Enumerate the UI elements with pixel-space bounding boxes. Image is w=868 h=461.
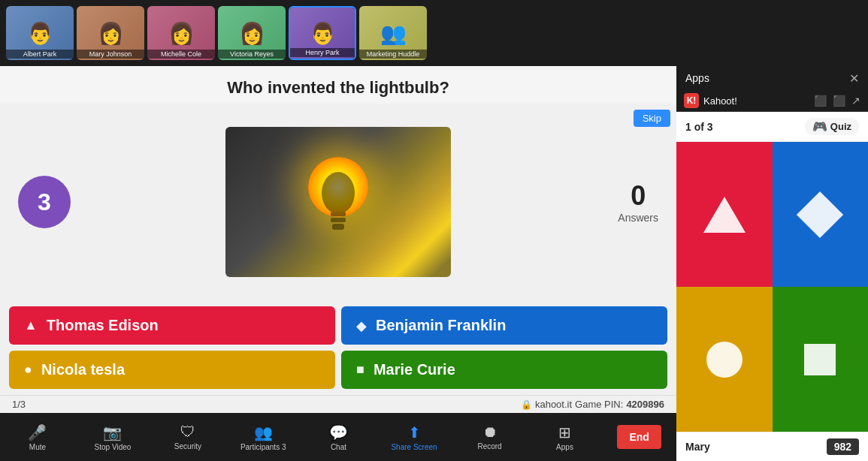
leaderboard-row: Mary 982 [676, 432, 868, 461]
answers-count-panel: 0 Answers [618, 180, 658, 224]
timer-circle: 3 [18, 176, 71, 228]
status-bar: 1/3 🔒 kahoot.it Game PIN: 4209896 [0, 395, 676, 413]
participant-name-henry: Henry Park [290, 48, 355, 57]
toolbar-chat[interactable]: 💬 Chat [316, 423, 361, 451]
main-area: Who invented the lightbulb? 3 Skip 0 Ans… [0, 66, 868, 461]
quiz-info: 1 of 3 🎮 Quiz [676, 112, 868, 142]
participant-tile-victoria[interactable]: 👩 Victoria Reyes [218, 6, 286, 60]
shape-cell-red[interactable] [676, 142, 773, 287]
content-area: 3 Skip 0 Answers [0, 104, 676, 300]
leaderboard-score: 982 [827, 438, 859, 455]
toolbar-participants[interactable]: 👥 Participants 3 [240, 423, 286, 451]
answers-number: 0 [618, 180, 658, 212]
apps-header: Apps ✕ [676, 66, 868, 90]
answer-text-benjamin: Benjamin Franklin [376, 317, 506, 334]
lock-icon: 🔒 [521, 399, 532, 410]
participant-name-marketing: Marketing Huddle [359, 50, 427, 59]
toolbar-stopvideo[interactable]: 📷 Stop Video [90, 423, 135, 451]
toolbar-record[interactable]: ⏺ Record [467, 423, 513, 450]
svg-rect-2 [331, 218, 346, 222]
kahoot-site: kahoot.it [535, 399, 572, 410]
participant-name-albert: Albert Park [6, 50, 74, 59]
skip-button[interactable]: Skip [634, 110, 670, 127]
apps-label: Apps [556, 443, 573, 451]
triangle-shape [703, 197, 746, 233]
toolbar-apps[interactable]: ⊞ Apps [543, 423, 588, 451]
game-pin-area: 🔒 kahoot.it Game PIN: 4209896 [521, 399, 664, 410]
participant-name-michelle: Michelle Cole [147, 50, 215, 59]
svg-rect-3 [332, 224, 344, 230]
kahoot-bar: K! Kahoot! ⬛ ⬛ ↗ [676, 90, 868, 112]
apps-title: Apps [685, 72, 709, 84]
kahoot-content: 1 of 3 🎮 Quiz [676, 112, 868, 461]
square-shape [804, 344, 836, 375]
screen-icon[interactable]: ⬛ [814, 95, 827, 107]
chat-label: Chat [331, 443, 346, 451]
answer-option-marie[interactable]: ■ Marie Curie [341, 351, 667, 389]
quiz-badge: 🎮 Quiz [805, 118, 859, 135]
chat-icon: 💬 [329, 423, 348, 441]
leaderboard-name: Mary [685, 441, 710, 453]
participant-tile-henry[interactable]: 👨 Henry Park [289, 6, 356, 60]
record-icon: ⏺ [482, 423, 498, 441]
kahoot-logo: K! [684, 93, 699, 108]
kahoot-name: Kahoot! [703, 95, 809, 107]
share-screen-icon: ⬆ [408, 423, 421, 441]
record-label: Record [477, 442, 501, 450]
participants-icon: 👥 [254, 423, 273, 441]
circle-icon: ● [24, 362, 32, 378]
top-bar: 👨 Albert Park 👩 Mary Johnson 👩 Michelle … [0, 0, 868, 66]
answer-text-marie: Marie Curie [374, 361, 455, 378]
participant-name-victoria: Victoria Reyes [218, 50, 286, 59]
shape-cell-yellow[interactable] [676, 287, 773, 432]
shape-cell-blue[interactable] [773, 142, 869, 287]
security-label: Security [174, 442, 201, 450]
external-icon[interactable]: ↗ [851, 95, 860, 107]
square-icon: ■ [356, 362, 364, 378]
svg-rect-1 [331, 212, 346, 216]
answers-label: Answers [618, 212, 658, 224]
mute-icon: 🎤 [28, 423, 47, 441]
lightbulb-svg [316, 164, 361, 240]
answer-shapes-grid [676, 142, 868, 432]
answers-grid: ▲ Thomas Edison ◆ Benjamin Franklin ● Ni… [0, 300, 676, 395]
participants-label: Participants 3 [240, 443, 286, 451]
triangle-icon: ▲ [24, 318, 38, 333]
game-pin-value: 4209896 [626, 399, 664, 410]
toolbar: 🎤 Mute 📷 Stop Video 🛡 Security 👥 Partici… [0, 413, 676, 461]
quiz-badge-label: Quiz [830, 121, 851, 132]
kahoot-actions: ⬛ ⬛ ↗ [814, 95, 860, 107]
participant-tile-albert[interactable]: 👨 Albert Park [6, 6, 74, 60]
shape-cell-green[interactable] [773, 287, 869, 432]
question-text: Who invented the lightbulb? [18, 78, 658, 98]
answer-option-benjamin[interactable]: ◆ Benjamin Franklin [341, 306, 667, 345]
quiz-counter: 1 of 3 [685, 121, 713, 133]
game-pin-label: Game PIN: [575, 399, 623, 410]
mute-label: Mute [29, 443, 46, 451]
camera-icon: 📷 [103, 423, 122, 441]
toolbar-sharescr[interactable]: ⬆ Share Screen [391, 423, 437, 451]
answer-option-nicola[interactable]: ● Nicola tesla [9, 351, 335, 389]
diamond-icon: ◆ [356, 318, 367, 334]
lightbulb-image [225, 127, 451, 277]
participant-name-mary: Mary Johnson [77, 50, 144, 59]
stopvideo-label: Stop Video [95, 443, 132, 451]
toolbar-mute[interactable]: 🎤 Mute [15, 423, 60, 451]
svg-point-0 [322, 172, 355, 214]
apps-icon: ⊞ [558, 423, 571, 441]
participant-tile-marketing[interactable]: 👥 Marketing Huddle [359, 6, 427, 60]
filter-icon[interactable]: ⬛ [833, 95, 845, 107]
end-button[interactable]: End [617, 425, 661, 449]
answer-text-thomas: Thomas Edison [47, 317, 159, 334]
participant-tile-michelle[interactable]: 👩 Michelle Cole [147, 6, 215, 60]
participant-tile-mary[interactable]: 👩 Mary Johnson [77, 6, 144, 60]
answer-text-nicola: Nicola tesla [41, 361, 125, 378]
circle-shape [706, 342, 742, 378]
apps-panel: Apps ✕ K! Kahoot! ⬛ ⬛ ↗ 1 of 3 🎮 Quiz [676, 66, 868, 461]
sharescr-label: Share Screen [391, 443, 437, 451]
diamond-shape [797, 191, 843, 237]
close-icon[interactable]: ✕ [849, 71, 859, 86]
answer-option-thomas[interactable]: ▲ Thomas Edison [9, 306, 335, 345]
quiz-badge-icon: 🎮 [812, 119, 827, 134]
toolbar-security[interactable]: 🛡 Security [165, 423, 210, 450]
